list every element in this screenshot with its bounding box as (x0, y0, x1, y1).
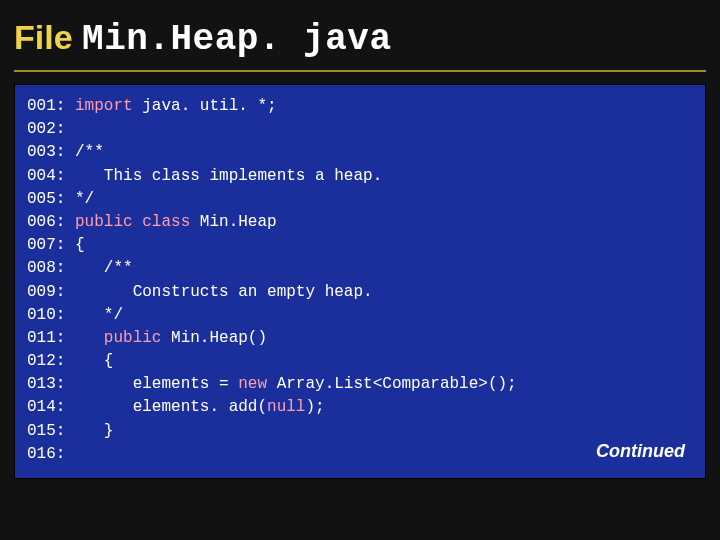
code-line: 009: Constructs an empty heap. (27, 281, 693, 304)
code-segment: elements. add( (75, 398, 267, 416)
code-segment: { (75, 236, 85, 254)
code-line: 002: (27, 118, 693, 141)
line-number: 006: (27, 213, 75, 231)
line-number: 012: (27, 352, 75, 370)
code-segment: public (104, 329, 171, 347)
code-segment: ); (305, 398, 324, 416)
title-file-name: Min.Heap. java (82, 19, 391, 60)
line-number: 014: (27, 398, 75, 416)
line-number: 011: (27, 329, 75, 347)
code-line: 015: } (27, 420, 693, 443)
code-line: 011: public Min.Heap() (27, 327, 693, 350)
line-number: 004: (27, 167, 75, 185)
code-segment: This class implements a heap. (75, 167, 382, 185)
line-number: 007: (27, 236, 75, 254)
code-line: 004: This class implements a heap. (27, 165, 693, 188)
continued-label: Continued (596, 438, 685, 464)
code-line: 001: import java. util. *; (27, 95, 693, 118)
code-segment: public class (75, 213, 200, 231)
code-segment: Min.Heap() (171, 329, 267, 347)
line-number: 013: (27, 375, 75, 393)
code-line: 010: */ (27, 304, 693, 327)
code-line: 003: /** (27, 141, 693, 164)
code-segment: new (238, 375, 276, 393)
code-segment: */ (75, 306, 123, 324)
code-segment: /** (75, 143, 104, 161)
code-line: 014: elements. add(null); (27, 396, 693, 419)
line-number: 002: (27, 120, 75, 138)
code-line: 005: */ (27, 188, 693, 211)
code-segment: null (267, 398, 305, 416)
code-line: 013: elements = new Array.List<Comparabl… (27, 373, 693, 396)
line-number: 015: (27, 422, 75, 440)
code-segment (75, 329, 104, 347)
line-number: 005: (27, 190, 75, 208)
code-segment: */ (75, 190, 94, 208)
code-line: 016: (27, 443, 693, 466)
code-segment: Constructs an empty heap. (75, 283, 373, 301)
line-number: 016: (27, 445, 75, 463)
code-line: 007: { (27, 234, 693, 257)
code-segment: java. util. *; (142, 97, 276, 115)
line-number: 009: (27, 283, 75, 301)
page-title: File Min.Heap. java (14, 18, 706, 60)
code-block: 001: import java. util. *;002: 003: /**0… (14, 84, 706, 479)
code-segment: import (75, 97, 142, 115)
code-segment: Array.List<Comparable>(); (277, 375, 517, 393)
line-number: 010: (27, 306, 75, 324)
code-segment: } (75, 422, 113, 440)
title-divider (14, 70, 706, 72)
title-file-word: File (14, 18, 73, 56)
code-segment: { (75, 352, 113, 370)
code-segment: Min.Heap (200, 213, 277, 231)
code-segment: elements = (75, 375, 238, 393)
line-number: 001: (27, 97, 75, 115)
code-line: 012: { (27, 350, 693, 373)
code-line: 008: /** (27, 257, 693, 280)
code-segment: /** (75, 259, 133, 277)
line-number: 003: (27, 143, 75, 161)
slide: File Min.Heap. java 001: import java. ut… (0, 0, 720, 540)
line-number: 008: (27, 259, 75, 277)
code-line: 006: public class Min.Heap (27, 211, 693, 234)
